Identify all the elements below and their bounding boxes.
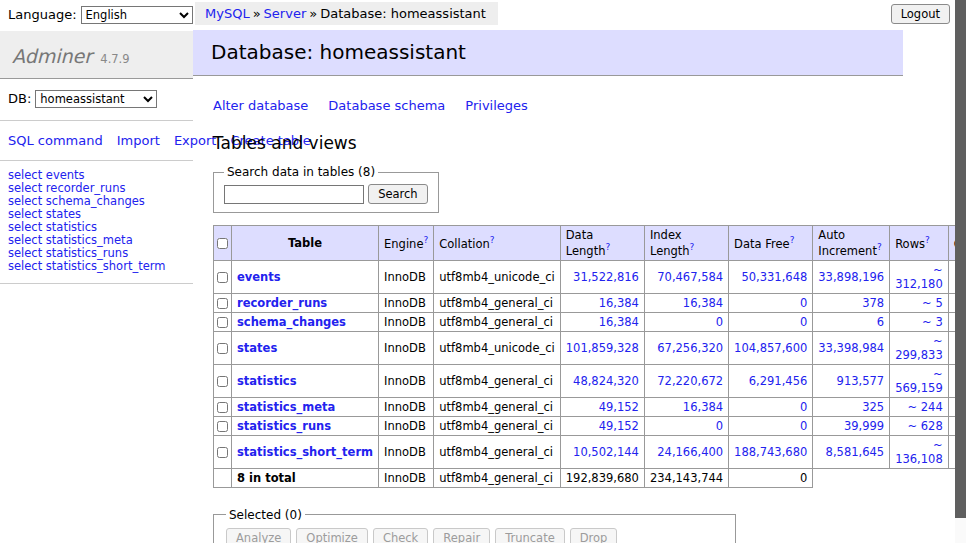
data-free-link[interactable]: 0 [800,419,807,433]
row-checkbox[interactable] [217,298,228,309]
index-length-link[interactable]: 0 [716,419,723,433]
table-name-link[interactable]: schema_changes [237,315,346,329]
table-name-link[interactable]: statistics_meta [237,400,335,414]
sidebar-link[interactable]: Import [117,133,160,148]
breadcrumb-server-link[interactable]: Server [264,6,307,21]
index-length-link[interactable]: 24,166,400 [657,445,723,459]
index-length-link[interactable]: 16,384 [683,400,723,414]
select-link[interactable]: select [8,233,42,247]
adminer-logo-link[interactable]: Adminer [12,45,92,67]
select-link[interactable]: select [8,168,42,182]
data-free-link[interactable]: 188,743,680 [734,445,807,459]
index-length-link[interactable]: 72,220,672 [657,374,723,388]
column-help-link[interactable]: ? [925,235,930,245]
data-length-link[interactable]: 49,152 [599,419,639,433]
scrollbar-thumb[interactable] [955,0,966,518]
language-select[interactable]: English [81,6,193,24]
search-button[interactable]: Search [368,184,428,204]
table-link[interactable]: schema_changes [46,194,145,208]
table-link[interactable]: statistics_short_term [46,259,166,273]
select-link[interactable]: select [8,246,42,260]
index-length-link[interactable]: 0 [716,315,723,329]
selected-action-button[interactable]: Repair [433,528,490,543]
row-checkbox[interactable] [217,421,228,432]
rows-link[interactable]: ~ 136,108 [895,438,943,466]
rows-link[interactable]: ~ 244 [907,400,942,414]
data-free-link[interactable]: 6,291,456 [749,374,808,388]
rows-link[interactable]: ~ 312,180 [895,263,943,291]
table-link[interactable]: events [46,168,85,182]
column-help-link[interactable]: ? [490,235,495,245]
row-checkbox[interactable] [217,376,228,387]
rows-link[interactable]: ~ 569,159 [895,367,943,395]
page-link[interactable]: Database schema [328,98,445,113]
data-length-link[interactable]: 16,384 [599,315,639,329]
row-checkbox[interactable] [217,317,228,328]
table-link[interactable]: states [46,207,81,221]
index-length-link[interactable]: 70,467,584 [657,270,723,284]
table-name-link[interactable]: states [237,341,277,355]
table-link[interactable]: recorder_runs [46,181,126,195]
selected-action-button[interactable]: Optimize [296,528,368,543]
data-length-link[interactable]: 48,824,320 [573,374,639,388]
rows-link[interactable]: ~ 3 [922,315,943,329]
column-help-link[interactable]: ? [423,235,428,245]
selected-action-button[interactable]: Check [373,528,428,543]
column-help-link[interactable]: ? [790,235,795,245]
page-link[interactable]: Privileges [465,98,528,113]
column-help-link[interactable]: ? [877,242,882,252]
sidebar-link[interactable]: SQL command [8,133,103,148]
index-length-link[interactable]: 16,384 [683,296,723,310]
data-free-link[interactable]: 0 [800,315,807,329]
select-link[interactable]: select [8,259,42,273]
row-checkbox[interactable] [217,447,228,458]
table-name-link[interactable]: statistics_runs [237,419,331,433]
table-name-link[interactable]: statistics_short_term [237,445,373,459]
selected-action-button[interactable]: Truncate [495,528,565,543]
data-length-link[interactable]: 49,152 [599,400,639,414]
row-checkbox[interactable] [217,272,228,283]
row-checkbox[interactable] [217,343,228,354]
table-link[interactable]: statistics_meta [46,233,133,247]
select-link[interactable]: select [8,194,42,208]
index-length-link[interactable]: 67,256,320 [657,341,723,355]
auto-increment-link[interactable]: 8,581,645 [826,445,885,459]
data-length-link[interactable]: 101,859,328 [566,341,639,355]
db-select[interactable]: homeassistant [35,90,157,108]
auto-increment-link[interactable]: 913,577 [837,374,885,388]
table-link[interactable]: statistics [46,220,97,234]
data-free-link[interactable]: 50,331,648 [741,270,807,284]
logout-button[interactable]: Logout [891,4,950,24]
data-length-link[interactable]: 16,384 [599,296,639,310]
data-length-link[interactable]: 31,522,816 [573,270,639,284]
data-length-link[interactable]: 10,502,144 [573,445,639,459]
selected-action-button[interactable]: Drop [570,528,618,543]
select-link[interactable]: select [8,181,42,195]
auto-increment-link[interactable]: 33,398,984 [818,341,884,355]
table-name-link[interactable]: statistics [237,374,297,388]
select-link[interactable]: select [8,220,42,234]
data-free-link[interactable]: 0 [800,400,807,414]
select-all-checkbox[interactable] [217,238,228,249]
auto-increment-link[interactable]: 6 [877,315,884,329]
auto-increment-link[interactable]: 33,898,196 [818,270,884,284]
rows-link[interactable]: ~ 628 [907,419,942,433]
row-checkbox[interactable] [217,402,228,413]
search-input[interactable] [224,185,364,204]
data-free-link[interactable]: 104,857,600 [734,341,807,355]
column-help-link[interactable]: ? [605,242,610,252]
auto-increment-link[interactable]: 39,999 [844,419,884,433]
data-free-link[interactable]: 0 [800,296,807,310]
table-name-link[interactable]: events [237,270,281,284]
breadcrumb-mysql-link[interactable]: MySQL [205,6,250,21]
column-help-link[interactable]: ? [690,242,695,252]
auto-increment-link[interactable]: 378 [862,296,884,310]
table-link[interactable]: statistics_runs [46,246,128,260]
rows-link[interactable]: ~ 299,833 [895,334,943,362]
page-link[interactable]: Alter database [213,98,308,113]
selected-action-button[interactable]: Analyze [226,528,291,543]
auto-increment-link[interactable]: 325 [862,400,884,414]
rows-link[interactable]: ~ 5 [922,296,943,310]
select-link[interactable]: select [8,207,42,221]
table-name-link[interactable]: recorder_runs [237,296,327,310]
